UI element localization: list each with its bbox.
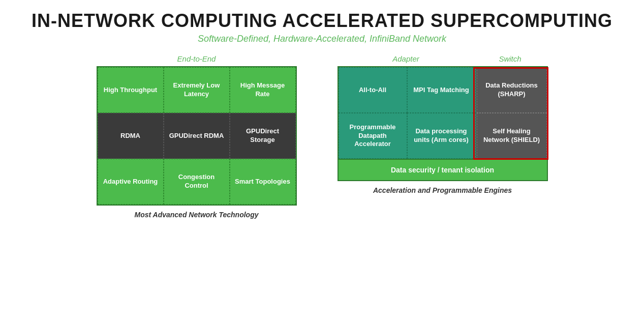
content-row: End-to-End High Throughput Extremely Low… — [20, 54, 624, 219]
right-bottom-bar: Data security / tenant isolation — [339, 159, 547, 180]
grid-cell-congestion-control: Congestion Control — [164, 159, 230, 205]
right-grid-wrapper: All-to-All MPI Tag Matching Programmable… — [338, 66, 548, 181]
subtitle: Software-Defined, Hardware-Accelerated, … — [198, 34, 446, 44]
left-section: End-to-End High Throughput Extremely Low… — [97, 54, 297, 219]
right-cell-programmable-datapath: Programmable Datapath Accelerator — [339, 113, 407, 159]
grid-cell-smart-topologies: Smart Topologies — [230, 159, 296, 205]
switch-cell-data-reductions: Data Reductions (SHARP) — [477, 67, 547, 113]
grid-cell-low-latency: Extremely Low Latency — [164, 67, 230, 113]
grid-cell-adaptive-routing: Adaptive Routing — [98, 159, 164, 205]
switch-label: Switch — [475, 54, 546, 63]
right-cell-data-processing-units: Data processing units (Arm cores) — [407, 113, 476, 159]
grid-cell-high-throughput: High Throughput — [98, 67, 164, 113]
right-adapter-grid: All-to-All MPI Tag Matching Programmable… — [339, 67, 476, 159]
main-title: IN-NETWORK COMPUTING ACCELERATED SUPERCO… — [32, 10, 612, 32]
right-labels-row: Adapter Switch — [338, 54, 548, 63]
grid-cell-gpudirect-rdma: GPUDirect RDMA — [164, 113, 230, 159]
grid-cell-gpudirect-storage: GPUDirect Storage — [230, 113, 296, 159]
right-section: Adapter Switch All-to-All MPI Tag Matchi… — [338, 54, 548, 194]
right-caption: Acceleration and Programmable Engines — [373, 186, 512, 194]
left-grid: High Throughput Extremely Low Latency Hi… — [97, 66, 297, 206]
right-switch-col: Data Reductions (SHARP) Self Healing Net… — [476, 67, 547, 159]
right-cell-mpi-tag-matching: MPI Tag Matching — [407, 67, 476, 113]
switch-cell-self-healing: Self Healing Network (SHIELD) — [477, 113, 547, 159]
right-cell-all-to-all: All-to-All — [339, 67, 407, 113]
grid-cell-high-message-rate: High Message Rate — [230, 67, 296, 113]
right-top-section: All-to-All MPI Tag Matching Programmable… — [339, 67, 547, 159]
end-to-end-label: End-to-End — [177, 54, 216, 63]
left-caption: Most Advanced Network Technology — [135, 211, 259, 219]
adapter-label: Adapter — [338, 54, 475, 63]
grid-cell-rdma: RDMA — [98, 113, 164, 159]
